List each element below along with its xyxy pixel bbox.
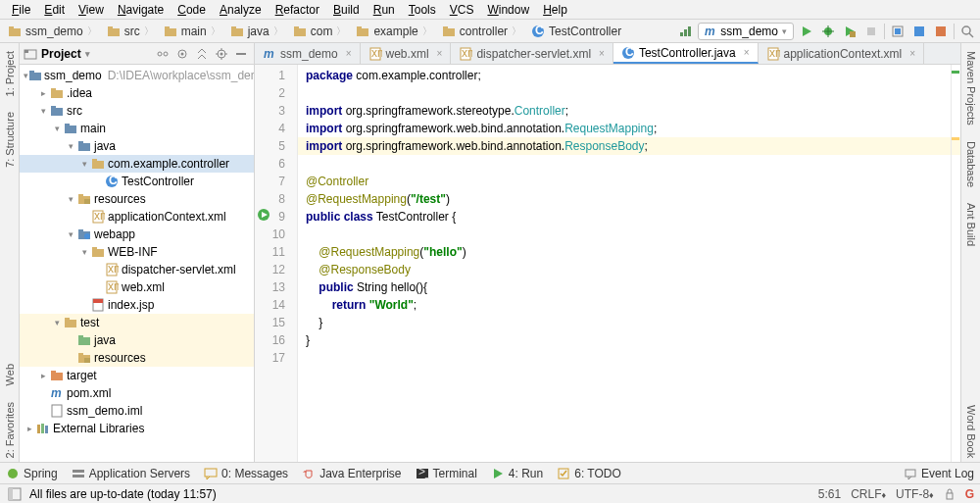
debug-button[interactable] (819, 23, 837, 40)
close-icon[interactable]: × (599, 48, 605, 59)
expand-arrow-icon[interactable]: ▸ (24, 424, 35, 433)
marker-bar[interactable] (951, 65, 960, 462)
tool-window-tab[interactable]: 7: Structure (2, 108, 18, 172)
tool-window-tab[interactable]: Maven Projects (963, 47, 979, 129)
tree-node[interactable]: mpom.xml (20, 384, 254, 402)
expand-arrow-icon[interactable]: ▾ (65, 229, 76, 239)
expand-arrow-icon[interactable]: ▾ (65, 194, 76, 204)
close-icon[interactable]: × (909, 48, 915, 59)
code-area[interactable]: 1234567891011121314151617 package com.ex… (255, 65, 960, 462)
menu-refactor[interactable]: Refactor (270, 1, 325, 19)
tree-node[interactable]: ▾main (20, 120, 254, 137)
tool-window-tab[interactable]: Ant Build (963, 199, 979, 250)
bottom-tool-0-messages[interactable]: 0: Messages (204, 467, 288, 480)
tree-node[interactable]: ▾resources (20, 190, 254, 208)
menu-tools[interactable]: Tools (403, 1, 442, 19)
caret-position[interactable]: 5:61 (818, 487, 841, 501)
line-separator[interactable]: CRLF♦ (851, 487, 886, 501)
breadcrumb-item[interactable]: example〉 (352, 23, 435, 40)
tree-node[interactable]: index.jsp (20, 296, 254, 314)
bottom-tool-java-enterprise[interactable]: Java Enterprise (302, 467, 401, 480)
expand-arrow-icon[interactable]: ▸ (37, 371, 49, 380)
run-gutter-icon[interactable] (257, 208, 270, 222)
menu-navigate[interactable]: Navigate (112, 1, 170, 19)
bottom-tool-application-servers[interactable]: Application Servers (72, 467, 190, 480)
expand-arrow-icon[interactable]: ▾ (65, 141, 76, 151)
tool-window-tab[interactable]: 2: Favorites (2, 398, 18, 462)
tree-node[interactable]: ▾com.example.controller (20, 155, 254, 173)
breadcrumb-item[interactable]: java〉 (226, 23, 287, 40)
editor-tab[interactable]: xmlweb.xml× (361, 43, 452, 64)
coverage-button[interactable] (841, 23, 858, 40)
project-panel-title[interactable]: Project ▾ (24, 47, 154, 61)
expand-arrow-icon[interactable]: ▾ (78, 247, 90, 257)
menu-file[interactable]: File (6, 1, 36, 19)
tree-node[interactable]: CTestController (20, 173, 254, 190)
scroll-from-source-button[interactable] (173, 45, 191, 63)
tool-window-tab[interactable]: Word Book (963, 401, 979, 462)
bottom-tool-6-todo[interactable]: 6: TODO (557, 467, 621, 480)
expand-arrow-icon[interactable]: ▾ (37, 106, 49, 116)
expand-arrow-icon[interactable]: ▾ (51, 318, 63, 327)
make-button[interactable] (676, 23, 694, 40)
project-tree[interactable]: ▾ssm_demoD:\IDEA\workplace\ssm_demo▸.ide… (20, 65, 254, 462)
tool-windows-toggle-button[interactable] (6, 485, 24, 503)
ide-button-2[interactable] (932, 23, 950, 40)
tree-node[interactable]: ▾java (20, 137, 254, 155)
search-everywhere-button[interactable] (958, 23, 976, 40)
tool-window-tab[interactable]: Database (963, 137, 979, 191)
collapse-all-button[interactable] (193, 45, 211, 63)
editor-tab[interactable]: xmldispatcher-servlet.xml× (451, 43, 613, 64)
tree-node[interactable]: ssm_demo.iml (20, 402, 254, 420)
menu-vcs[interactable]: VCS (444, 1, 480, 19)
gutter[interactable]: 1234567891011121314151617 (255, 65, 298, 462)
close-icon[interactable]: × (744, 47, 750, 58)
ide-button-1[interactable] (910, 23, 928, 40)
tree-node[interactable]: ▸target (20, 367, 254, 384)
breadcrumb-item[interactable]: CTestController (527, 23, 625, 40)
menu-code[interactable]: Code (172, 1, 212, 19)
menu-build[interactable]: Build (327, 1, 366, 19)
editor-tab[interactable]: mssm_demo× (255, 43, 361, 64)
settings-button[interactable] (213, 45, 230, 63)
event-log-button[interactable]: Event Log (904, 467, 974, 480)
breadcrumb-item[interactable]: com〉 (289, 23, 351, 40)
bottom-tool-terminal[interactable]: >_Terminal (416, 467, 477, 480)
encoding[interactable]: UTF-8♦ (896, 487, 934, 501)
close-icon[interactable]: × (437, 48, 443, 59)
tree-node[interactable]: ▸External Libraries (20, 420, 254, 437)
bottom-tool-4-run[interactable]: 4: Run (491, 467, 543, 480)
code-source[interactable]: package com.example.controller; import o… (298, 65, 960, 462)
tree-node[interactable]: resources (20, 349, 254, 367)
close-icon[interactable]: × (346, 48, 352, 59)
flatten-button[interactable] (154, 45, 172, 63)
tree-node[interactable]: ▸.idea (20, 84, 254, 102)
bottom-tool-spring[interactable]: Spring (6, 467, 58, 480)
editor-tab[interactable]: CTestController.java× (613, 43, 759, 64)
run-button[interactable] (798, 23, 815, 40)
tree-node[interactable]: java (20, 331, 254, 349)
tree-node[interactable]: xmldispatcher-servlet.xml (20, 261, 254, 278)
breadcrumb-item[interactable]: ssm_demo〉 (4, 23, 101, 40)
expand-arrow-icon[interactable]: ▸ (37, 88, 49, 98)
tree-node[interactable]: xmlapplicationContext.xml (20, 208, 254, 226)
editor-tab[interactable]: xmlapplicationContext.xml× (759, 43, 925, 64)
menu-run[interactable]: Run (368, 1, 401, 19)
tool-window-tab[interactable]: Web (2, 360, 18, 389)
breadcrumb-item[interactable]: main〉 (160, 23, 224, 40)
menu-help[interactable]: Help (537, 1, 573, 19)
tree-node[interactable]: ▾src (20, 102, 254, 120)
tool-window-tab[interactable]: 1: Project (2, 47, 18, 100)
tree-node[interactable]: ▾WEB-INF (20, 243, 254, 261)
breadcrumb-item[interactable]: controller〉 (438, 23, 525, 40)
menu-window[interactable]: Window (481, 1, 535, 19)
tree-node[interactable]: ▾ssm_demoD:\IDEA\workplace\ssm_demo (20, 67, 254, 84)
menu-analyze[interactable]: Analyze (214, 1, 268, 19)
stop-button[interactable] (862, 23, 880, 40)
expand-arrow-icon[interactable]: ▾ (51, 124, 63, 133)
read-only-toggle[interactable] (944, 488, 956, 500)
tree-node[interactable]: xmlweb.xml (20, 278, 254, 296)
menu-edit[interactable]: Edit (38, 1, 71, 19)
menu-view[interactable]: View (73, 1, 110, 19)
expand-arrow-icon[interactable]: ▾ (78, 159, 90, 169)
